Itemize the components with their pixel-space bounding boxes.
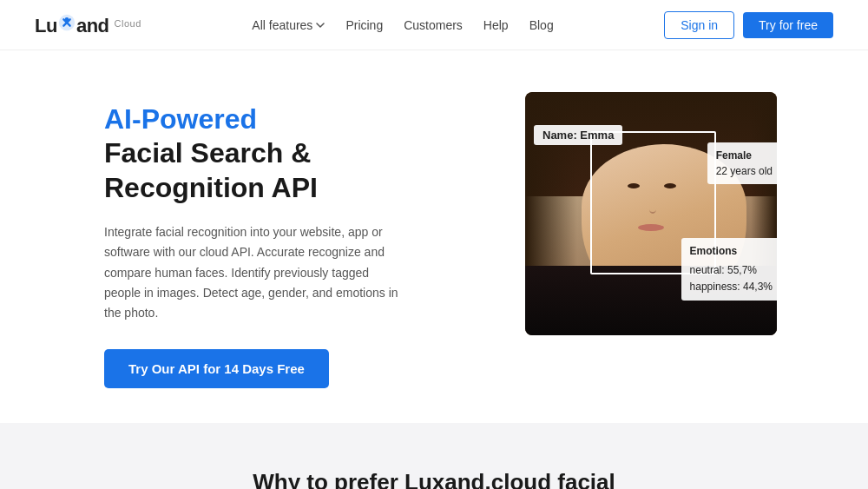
nav-help[interactable]: Help xyxy=(483,18,509,32)
hero-title: Facial Search &Recognition API xyxy=(104,135,434,205)
signin-button[interactable]: Sign in xyxy=(664,11,734,39)
chevron-down-icon xyxy=(316,23,325,28)
logo-x xyxy=(57,13,76,32)
main-nav: All features Pricing Customers Help Blog xyxy=(252,18,553,32)
header: Lu and Cloud All features Pricing Custom… xyxy=(0,0,868,50)
header-actions: Sign in Try for free xyxy=(664,11,833,39)
why-section: Why to prefer Luxand.cloud facial recogn… xyxy=(0,423,868,489)
face-name-label: Name: Emma xyxy=(534,125,622,145)
hero-content: AI-Powered Facial Search &Recognition AP… xyxy=(104,92,434,388)
nav-customers[interactable]: Customers xyxy=(404,18,463,32)
logo-cloud-label: Cloud xyxy=(115,18,141,29)
svg-point-1 xyxy=(65,17,69,22)
hero-image-area: Name: Emma Female 22 years old Emotions … xyxy=(434,92,833,335)
logo-and: and xyxy=(76,15,109,36)
face-gender-label: Female 22 years old xyxy=(707,142,781,184)
logo-lu: Lu xyxy=(35,15,57,36)
why-title: Why to prefer Luxand.cloud facial recogn… xyxy=(217,466,651,489)
nav-all-features[interactable]: All features xyxy=(252,18,325,32)
nav-pricing[interactable]: Pricing xyxy=(345,18,383,32)
hero-section: AI-Powered Facial Search &Recognition AP… xyxy=(0,50,868,423)
try-for-free-button[interactable]: Try for free xyxy=(743,12,833,38)
logo[interactable]: Lu and Cloud xyxy=(35,13,141,37)
hero-description: Integrate facial recognition into your w… xyxy=(104,222,399,322)
nav-blog[interactable]: Blog xyxy=(529,18,554,32)
hero-cta-button[interactable]: Try Our API for 14 Days Free xyxy=(104,349,329,388)
face-demo: Name: Emma Female 22 years old Emotions … xyxy=(525,92,777,335)
hero-ai-powered: AI-Powered xyxy=(104,102,434,135)
face-emotions-label: Emotions neutral: 55,7% happiness: 44,3% xyxy=(681,238,781,301)
